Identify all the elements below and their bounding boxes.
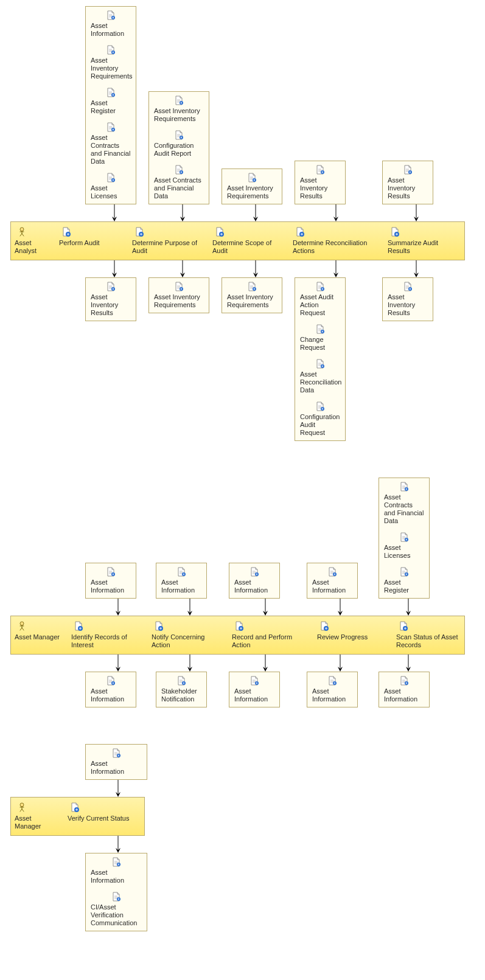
- artifact-label: Asset Reconciliation Data: [300, 370, 340, 394]
- output-artifacts: Asset Inventory Results: [382, 277, 433, 321]
- task-cell[interactable]: Notify Concerning Action: [148, 616, 228, 654]
- task-label: Summarize Audit Results: [388, 239, 461, 255]
- document-icon: [174, 130, 184, 140]
- task-cell[interactable]: Scan Status of Asset Records: [393, 616, 464, 654]
- artifact-label: Asset Information: [91, 687, 131, 703]
- task-cell[interactable]: Record and Perform Action: [228, 616, 313, 654]
- arrow-down-icon: [85, 836, 151, 853]
- document-icon: [111, 857, 121, 867]
- artifact-label: CI/Asset Verification Communication: [91, 903, 142, 927]
- task-label: Notify Concerning Action: [152, 633, 225, 649]
- process-icon: [390, 227, 400, 237]
- process-icon: [61, 227, 71, 237]
- artifact: Asset Inventory Results: [295, 161, 345, 204]
- artifact-label: Asset Information: [312, 687, 352, 703]
- artifact-label: Asset Inventory Results: [388, 176, 428, 200]
- document-icon: [399, 482, 409, 492]
- arrow-down-icon: [295, 204, 377, 221]
- input-artifacts: Asset Information: [156, 563, 207, 599]
- artifact: Change Request: [295, 321, 345, 355]
- artifact: Asset Inventory Results: [86, 278, 136, 321]
- document-icon: [106, 45, 116, 55]
- document-icon: [174, 96, 184, 105]
- artifact: Asset Inventory Results: [383, 278, 433, 321]
- artifact-label: Asset Information: [234, 579, 274, 594]
- lane-asset-manager-1: Asset InformationAsset InformationAsset …: [10, 478, 485, 707]
- artifact-label: Asset Information: [91, 760, 142, 776]
- artifact: Configuration Audit Report: [149, 127, 209, 161]
- task-cell[interactable]: Summarize Audit Results: [384, 222, 464, 260]
- artifact: Asset Inventory Requirements: [149, 278, 209, 313]
- arrow-down-icon: [229, 655, 302, 672]
- output-artifacts: Asset Information: [229, 672, 280, 707]
- arrow-down-icon: [222, 204, 290, 221]
- arrow-down-icon: [148, 260, 217, 277]
- artifact: Asset Information: [86, 563, 136, 598]
- artifact: Asset Contracts and Financial Data: [149, 161, 209, 204]
- artifact: Asset Information: [307, 563, 357, 598]
- input-artifacts: Asset InformationAsset Inventory Require…: [85, 6, 136, 204]
- input-artifacts: Asset Information: [85, 744, 147, 780]
- document-icon: [315, 401, 325, 411]
- process-icon: [74, 621, 83, 631]
- document-icon: [403, 165, 413, 175]
- artifact: CI/Asset Verification Communication: [86, 888, 147, 931]
- document-icon: [399, 567, 409, 577]
- task-label: Determine Scope of Audit: [212, 239, 285, 255]
- actor-label: Asset Analyst: [15, 239, 49, 255]
- artifact-label: Stakeholder Notification: [161, 687, 201, 703]
- artifact: Asset Licenses: [86, 169, 136, 204]
- document-icon: [247, 173, 257, 182]
- task-cell[interactable]: Identify Records of Interest: [65, 616, 148, 654]
- artifact: Asset Inventory Requirements: [222, 169, 282, 204]
- input-column: Asset Information: [307, 563, 374, 616]
- arrow-down-icon: [85, 204, 144, 221]
- document-icon: [106, 676, 116, 686]
- process-bar: Asset Manager Identify Records of Intere…: [10, 616, 465, 655]
- artifact-label: Asset Inventory Results: [91, 293, 131, 317]
- lane-asset-analyst: Asset InformationAsset Inventory Require…: [10, 6, 485, 441]
- task-cell[interactable]: Determine Purpose of Audit: [128, 222, 209, 260]
- input-column: Asset Information: [85, 563, 151, 616]
- document-icon: [315, 359, 325, 369]
- output-column: Asset Information: [229, 655, 302, 707]
- output-artifacts: Asset Information: [379, 672, 430, 707]
- task-label: Determine Purpose of Audit: [132, 239, 205, 255]
- arrow-down-icon: [379, 655, 438, 672]
- task-cell[interactable]: Determine Reconciliation Actions: [289, 222, 384, 260]
- artifact-label: Asset Inventory Requirements: [91, 57, 131, 80]
- input-artifacts: Asset Inventory Requirements: [222, 169, 282, 204]
- arrow-down-icon: [85, 599, 151, 616]
- input-column: Asset Inventory Requirements: [222, 169, 290, 221]
- document-icon: [249, 676, 259, 686]
- artifact-label: Asset Contracts and Financial Data: [384, 493, 424, 525]
- input-column: Asset Inventory Results: [382, 161, 450, 221]
- artifact-label: Asset Licenses: [384, 544, 424, 560]
- artifact: Asset Licenses: [379, 529, 429, 563]
- artifact-label: Asset Information: [234, 687, 274, 703]
- artifact: Asset Register: [86, 84, 136, 119]
- process-icon: [70, 802, 80, 812]
- document-icon: [106, 567, 116, 577]
- document-icon: [403, 282, 413, 291]
- task-cell[interactable]: Determine Scope of Audit: [209, 222, 289, 260]
- task-label: Determine Reconciliation Actions: [293, 239, 380, 255]
- task-label: Scan Status of Asset Records: [396, 633, 461, 649]
- document-icon: [247, 282, 257, 291]
- document-icon: [106, 282, 116, 291]
- task-cell[interactable]: Review Progress: [313, 616, 393, 654]
- output-column: Asset Information: [307, 655, 374, 707]
- task-label: Identify Records of Interest: [71, 633, 144, 649]
- document-icon: [111, 748, 121, 758]
- actor-icon: [17, 802, 27, 812]
- artifact-label: Asset Inventory Requirements: [227, 184, 277, 200]
- document-icon: [249, 567, 259, 577]
- input-column: Asset Contracts and Financial DataAsset …: [379, 478, 438, 616]
- arrow-down-icon: [85, 655, 151, 672]
- task-label: Record and Perform Action: [232, 633, 310, 649]
- arrow-down-icon: [148, 204, 217, 221]
- task-cell[interactable]: Verify Current Status: [61, 798, 144, 827]
- output-artifacts: Stakeholder Notification: [156, 672, 207, 707]
- document-icon: [106, 88, 116, 97]
- task-cell[interactable]: Perform Audit: [53, 222, 128, 260]
